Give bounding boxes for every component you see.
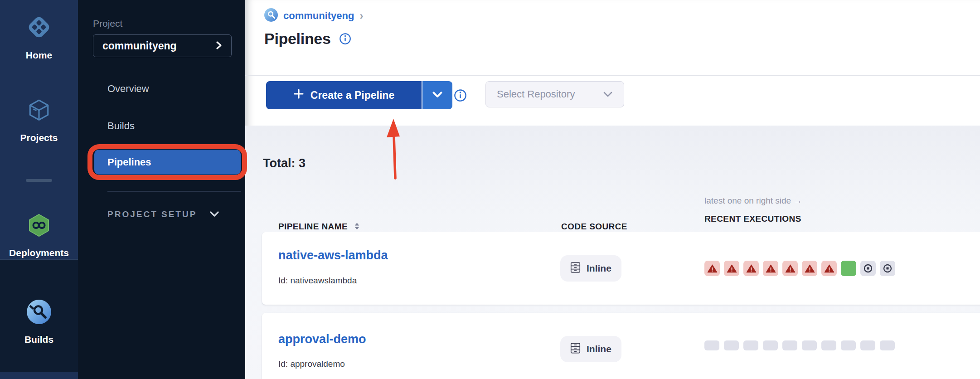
execution-empty-icon	[880, 340, 895, 350]
deployments-cd-icon	[27, 213, 51, 239]
rail-item-label: Projects	[20, 132, 58, 143]
execution-aborted-icon[interactable]	[860, 261, 876, 276]
rail-item-home[interactable]: Home	[0, 15, 78, 61]
execution-empty-icon	[763, 340, 778, 350]
pipeline-id: Id: approvaldemo	[278, 359, 345, 369]
chevron-down-icon	[603, 88, 613, 100]
project-label: Project	[93, 18, 122, 29]
column-header-recent-executions: RECENT EXECUTIONS	[704, 214, 801, 224]
project-nav-panel: Project communityeng Overview Builds Pip…	[78, 0, 245, 379]
code-source-label: Inline	[587, 344, 611, 355]
execution-empty-icon	[782, 340, 797, 350]
rail-item-deployments[interactable]: Deployments	[0, 213, 78, 258]
home-icon	[26, 15, 52, 42]
execution-failed-icon[interactable]	[782, 261, 798, 276]
cube-icon	[27, 98, 51, 124]
pipelines-list-area: Total: 3 PIPELINE NAME CODE SOURCE lates…	[245, 126, 980, 379]
chevron-right-icon	[216, 41, 222, 51]
execution-empty-icon	[841, 340, 856, 350]
rail-item-builds[interactable]: Builds	[0, 260, 78, 372]
panel-divider	[107, 191, 241, 192]
create-pipeline-caret-button[interactable]	[422, 81, 452, 109]
plus-icon	[293, 88, 304, 102]
execution-failed-icon[interactable]	[802, 261, 817, 276]
chevron-down-icon	[209, 209, 219, 219]
pipeline-row[interactable]: native-aws-lambda Id: nativeawslambda In…	[262, 232, 980, 305]
execution-aborted-icon[interactable]	[880, 261, 895, 276]
rail-item-label: Builds	[24, 334, 53, 345]
builds-ci-icon	[27, 300, 51, 326]
pipeline-id: Id: nativeawslambda	[278, 276, 357, 286]
executions-note: latest one on right side →	[704, 196, 802, 206]
execution-failed-icon[interactable]	[724, 261, 739, 276]
project-setup-toggle[interactable]: PROJECT SETUP	[107, 209, 219, 219]
code-source-label: Inline	[587, 263, 611, 274]
breadcrumb-project-link[interactable]: communityeng	[283, 10, 354, 22]
rail-item-projects[interactable]: Projects	[0, 98, 78, 143]
breadcrumb: communityeng ›	[264, 8, 363, 24]
execution-empty-icon	[724, 340, 739, 350]
column-header-code-source: CODE SOURCE	[561, 222, 627, 232]
project-setup-label: PROJECT SETUP	[107, 209, 197, 219]
execution-empty-icon	[821, 340, 836, 350]
nav-item-overview[interactable]: Overview	[107, 83, 149, 95]
recent-executions	[704, 340, 895, 350]
module-rail: Home Projects Deployments Builds	[0, 0, 78, 379]
rail-divider-dash	[26, 179, 52, 182]
execution-success-icon[interactable]	[841, 261, 856, 276]
chevron-down-icon	[432, 91, 443, 99]
execution-failed-icon[interactable]	[743, 261, 759, 276]
execution-empty-icon	[704, 340, 719, 350]
create-pipeline-button[interactable]: Create a Pipeline	[266, 81, 422, 109]
project-ci-icon	[264, 8, 278, 24]
project-selector[interactable]: communityeng	[93, 34, 232, 57]
recent-executions	[704, 261, 895, 276]
sort-icon[interactable]	[354, 223, 360, 230]
create-pipeline-info-icon[interactable]	[454, 89, 467, 102]
column-header-pipeline-name: PIPELINE NAME	[278, 222, 360, 232]
execution-failed-icon[interactable]	[821, 261, 837, 276]
execution-empty-icon	[743, 340, 758, 350]
select-repository-value: Select Repository	[497, 88, 575, 100]
inline-storage-icon	[570, 262, 581, 276]
code-source-badge: Inline	[560, 255, 621, 282]
pipeline-name-link[interactable]: native-aws-lambda	[278, 248, 388, 262]
execution-failed-icon[interactable]	[763, 261, 778, 276]
nav-item-pipelines[interactable]: Pipelines	[94, 150, 241, 175]
title-info-icon[interactable]	[339, 33, 351, 45]
create-pipeline-label: Create a Pipeline	[310, 89, 394, 102]
header-divider	[245, 75, 980, 76]
execution-empty-icon	[802, 340, 817, 350]
pipeline-name-link[interactable]: approval-demo	[278, 332, 366, 346]
create-pipeline-split-button: Create a Pipeline	[266, 81, 452, 109]
rail-item-label: Home	[26, 50, 52, 61]
main-content: communityeng › Pipelines Create a Pipeli…	[245, 0, 980, 379]
rail-item-label: Deployments	[9, 248, 69, 258]
code-source-badge: Inline	[560, 336, 621, 362]
execution-failed-icon[interactable]	[704, 261, 720, 276]
select-repository-dropdown[interactable]: Select Repository	[485, 81, 624, 107]
inline-storage-icon	[570, 342, 581, 356]
pipeline-row[interactable]: approval-demo Id: approvaldemo Inline	[262, 313, 980, 379]
project-selector-value: communityeng	[102, 40, 177, 52]
breadcrumb-chevron-icon: ›	[359, 10, 363, 22]
page-title: Pipelines	[264, 30, 331, 48]
total-count: Total: 3	[263, 156, 306, 170]
execution-empty-icon	[860, 340, 875, 350]
nav-item-builds[interactable]: Builds	[107, 120, 135, 132]
